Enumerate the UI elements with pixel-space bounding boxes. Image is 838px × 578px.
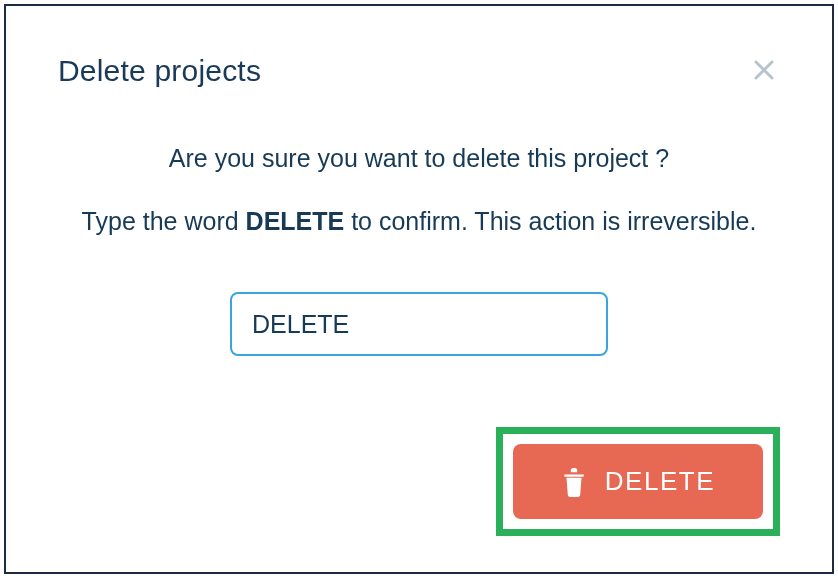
instruction-before: Type the word <box>82 207 246 235</box>
confirm-input[interactable] <box>230 292 608 356</box>
modal-header: Delete projects <box>58 54 780 88</box>
close-button[interactable] <box>748 54 780 86</box>
delete-button-label: DELETE <box>605 466 715 497</box>
modal-footer: DELETE <box>496 427 780 536</box>
close-icon <box>752 58 776 82</box>
modal-title: Delete projects <box>58 54 261 88</box>
modal-body: Are you sure you want to delete this pro… <box>58 144 780 356</box>
confirm-instruction: Type the word DELETE to confirm. This ac… <box>58 207 780 236</box>
instruction-keyword: DELETE <box>246 207 345 235</box>
delete-button[interactable]: DELETE <box>513 444 763 519</box>
input-wrapper <box>58 292 780 356</box>
delete-projects-modal: Delete projects Are you sure you want to… <box>4 4 834 574</box>
instruction-after: to confirm. This action is irreversible. <box>344 207 756 235</box>
delete-button-highlight: DELETE <box>496 427 780 536</box>
trash-icon <box>561 467 587 497</box>
confirm-question: Are you sure you want to delete this pro… <box>58 144 780 173</box>
